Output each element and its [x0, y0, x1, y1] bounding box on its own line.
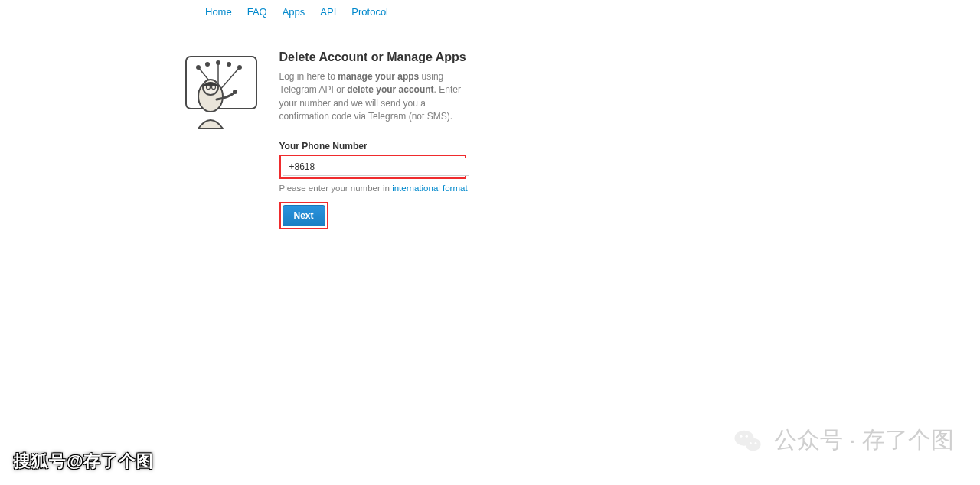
phone-help-text: Please enter your number in internationa… — [279, 184, 469, 193]
next-button[interactable]: Next — [283, 205, 325, 226]
svg-point-2 — [205, 62, 210, 67]
main-container: Delete Account or Manage Apps Log in her… — [171, 50, 810, 229]
nav-apps[interactable]: Apps — [275, 0, 313, 24]
intro-text: Log in here to manage your apps using Te… — [279, 70, 469, 124]
login-form: Your Phone Number Please enter your numb… — [279, 141, 469, 229]
nav-faq[interactable]: FAQ — [240, 0, 275, 24]
international-format-link[interactable]: international format — [392, 184, 467, 193]
svg-point-4 — [227, 62, 231, 67]
nav-protocol[interactable]: Protocol — [344, 0, 396, 24]
illustration-column — [181, 50, 261, 229]
svg-point-14 — [233, 90, 237, 94]
next-highlight-box: Next — [279, 202, 328, 229]
nav-home[interactable]: Home — [198, 0, 240, 24]
nav-api[interactable]: API — [312, 0, 344, 24]
help-prefix: Please enter your number in — [279, 184, 393, 193]
intro-strong-delete: delete your account — [347, 84, 433, 95]
intro-prefix: Log in here to — [279, 71, 338, 82]
phone-label: Your Phone Number — [279, 141, 469, 151]
page-title: Delete Account or Manage Apps — [279, 50, 469, 64]
phone-input[interactable] — [283, 158, 469, 176]
content-column: Delete Account or Manage Apps Log in her… — [279, 50, 469, 229]
telegram-operator-illustration — [181, 52, 261, 132]
phone-highlight-box — [279, 155, 466, 179]
top-nav: Home FAQ Apps API Protocol — [0, 0, 980, 24]
intro-strong-manage: manage your apps — [338, 71, 419, 82]
